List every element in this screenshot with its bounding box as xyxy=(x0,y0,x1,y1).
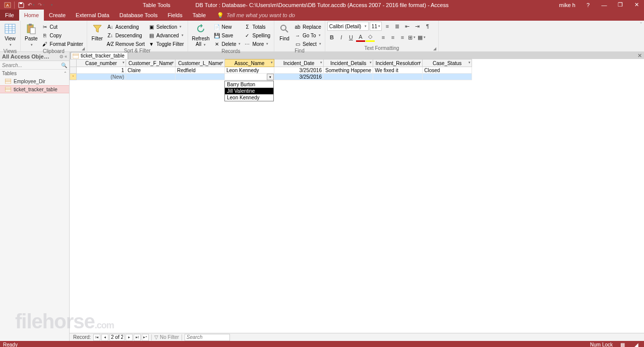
numbering-icon[interactable]: ≣ xyxy=(393,22,402,31)
col-case-status[interactable]: Case_Status▾ xyxy=(423,60,472,67)
record-search-input[interactable] xyxy=(185,334,230,341)
column-dropdown-icon[interactable]: ▾ xyxy=(123,61,125,65)
nav-item-employee-dir[interactable]: Employee_Dir xyxy=(0,77,69,85)
maximize-button[interactable]: ❐ xyxy=(613,0,628,10)
nav-item-ticket-tracker[interactable]: ticket_tracker_table xyxy=(0,85,69,93)
cell-incident-resolution[interactable] xyxy=(373,74,423,80)
filter-button[interactable]: Filter xyxy=(89,22,105,42)
prev-record-button[interactable]: ◂ xyxy=(101,334,108,341)
row-selector[interactable] xyxy=(70,67,77,74)
italic-button[interactable]: I xyxy=(337,33,346,42)
new-record-button[interactable]: ▸* xyxy=(142,334,149,341)
nav-search-input[interactable] xyxy=(2,63,61,68)
column-dropdown-icon[interactable]: ▾ xyxy=(370,61,372,65)
tab-file[interactable]: File xyxy=(0,10,19,21)
nav-dropdown-icon[interactable]: ⊙ xyxy=(60,54,64,59)
clipboard-dialog-launcher[interactable]: ◢ xyxy=(81,46,86,51)
gridlines-button[interactable]: ⊞▾ xyxy=(407,33,417,42)
column-dropdown-icon[interactable]: ▾ xyxy=(320,61,322,65)
cell-incident-resolution[interactable]: We fixed it xyxy=(373,67,423,74)
dropdown-option[interactable]: Jill Valentine xyxy=(225,88,273,94)
last-record-button[interactable]: ▸I xyxy=(134,334,141,341)
goto-button[interactable]: →Go To▾ xyxy=(292,31,323,39)
table-row[interactable]: 1 Claire Redfield Leon Kennedy 3/25/2016… xyxy=(70,67,472,74)
tab-home[interactable]: Home xyxy=(19,10,44,21)
paste-button[interactable]: Paste▾ xyxy=(23,22,40,48)
cell-case-status[interactable]: Closed xyxy=(423,67,472,74)
decrease-indent-icon[interactable]: ⇤ xyxy=(403,22,412,31)
design-view-button[interactable]: ◢ xyxy=(632,341,641,347)
advanced-button[interactable]: ▤Advanced▾ xyxy=(146,31,185,39)
tell-me-search[interactable]: 💡 Tell me what you want to do xyxy=(211,10,295,21)
next-record-button[interactable]: ▸ xyxy=(126,334,133,341)
save-icon[interactable] xyxy=(17,1,26,10)
tab-external-data[interactable]: External Data xyxy=(71,10,114,21)
tab-fields[interactable]: Fields xyxy=(162,10,187,21)
column-dropdown-icon[interactable]: ▾ xyxy=(419,61,421,65)
text-formatting-dialog-launcher[interactable]: ◢ xyxy=(432,46,437,51)
column-dropdown-icon[interactable]: ▾ xyxy=(469,61,471,65)
remove-sort-button[interactable]: A⁄ZRemove Sort xyxy=(105,40,146,48)
new-row-indicator[interactable]: * xyxy=(70,74,77,80)
close-button[interactable]: ✕ xyxy=(629,0,644,10)
help-icon[interactable]: ? xyxy=(580,0,596,10)
col-customer-lname[interactable]: Customer_L_Name▾ xyxy=(175,60,225,67)
qat-customize-icon[interactable]: ▾ xyxy=(47,1,56,10)
datasheet-view-button[interactable]: ▦ xyxy=(618,341,627,347)
cell-customer-fname[interactable]: Claire xyxy=(126,67,175,74)
fill-color-button[interactable]: ◇ xyxy=(366,33,375,42)
minimize-button[interactable]: — xyxy=(597,0,612,10)
ascending-button[interactable]: A↓Ascending xyxy=(105,23,146,31)
cell-dropdown-button[interactable]: ▾ xyxy=(267,74,274,80)
cell-incident-date[interactable]: 3/25/2016 xyxy=(274,74,324,80)
redo-icon[interactable]: ↷▾ xyxy=(37,1,46,10)
font-name-combo[interactable]: Calibri (Detail)▾ xyxy=(327,22,369,31)
user-name[interactable]: mike h xyxy=(555,2,579,8)
tab-table[interactable]: Table xyxy=(188,10,211,21)
select-button[interactable]: ▭Select▾ xyxy=(292,40,323,48)
undo-icon[interactable]: ↶▾ xyxy=(27,1,36,10)
close-document-button[interactable]: ✕ xyxy=(637,52,644,59)
col-incident-details[interactable]: Incident_Details▾ xyxy=(324,60,373,67)
new-record-button[interactable]: 📄New xyxy=(212,23,243,31)
increase-indent-icon[interactable]: ⇥ xyxy=(413,22,422,31)
col-assoc-name[interactable]: Assoc_Name▾ xyxy=(225,60,274,67)
cell-assoc-name[interactable]: ▾ xyxy=(225,74,274,80)
spelling-button[interactable]: ✓Spelling xyxy=(242,31,272,39)
nav-group-tables[interactable]: Tables ⌃ xyxy=(0,70,69,77)
totals-button[interactable]: ΣTotals xyxy=(242,23,272,31)
col-incident-resolution[interactable]: Incident_Resolution▾ xyxy=(373,60,423,67)
align-right-button[interactable]: ≡ xyxy=(398,33,407,42)
refresh-all-button[interactable]: RefreshAll ▾ xyxy=(190,22,212,48)
view-button[interactable]: View▾ xyxy=(2,22,18,48)
col-incident-date[interactable]: Incident_Date▾ xyxy=(274,60,324,67)
dropdown-option[interactable]: Leon Kennedy xyxy=(225,94,273,101)
column-dropdown-icon[interactable]: ▾ xyxy=(172,61,174,65)
copy-button[interactable]: ⎘Copy xyxy=(40,31,85,39)
font-size-combo[interactable]: 11▾ xyxy=(370,22,382,31)
record-position-input[interactable] xyxy=(109,334,125,341)
cell-case-number[interactable]: 1 xyxy=(77,67,126,74)
replace-button[interactable]: abReplace xyxy=(292,23,323,31)
tab-database-tools[interactable]: Database Tools xyxy=(114,10,163,21)
alt-row-color-button[interactable]: ▦▾ xyxy=(417,33,426,42)
cell-incident-details[interactable]: Something Happene xyxy=(324,67,373,74)
underline-button[interactable]: U xyxy=(346,33,356,42)
delete-record-button[interactable]: ✕Delete▾ xyxy=(212,40,243,48)
search-icon[interactable]: 🔍 xyxy=(61,63,67,68)
cell-incident-date[interactable]: 3/25/2016 xyxy=(274,67,324,74)
cell-assoc-name[interactable]: Leon Kennedy xyxy=(225,67,274,74)
bullets-icon[interactable]: ≡ xyxy=(383,22,392,31)
tab-create[interactable]: Create xyxy=(44,10,71,21)
nav-collapse-icon[interactable]: « xyxy=(65,54,67,59)
col-customer-fname[interactable]: Customer_F_Name▾ xyxy=(126,60,175,67)
find-button[interactable]: Find xyxy=(276,22,292,42)
collapse-ribbon-button[interactable]: ˇ xyxy=(640,21,644,51)
filter-indicator[interactable]: ▽No Filter xyxy=(154,334,179,340)
first-record-button[interactable]: I◂ xyxy=(93,334,100,341)
cell-customer-lname[interactable] xyxy=(175,74,225,80)
dropdown-option[interactable]: Barry Burton xyxy=(225,81,273,88)
new-record-row[interactable]: * (New) ▾ 3/25/2016 xyxy=(70,74,472,80)
text-direction-icon[interactable]: ¶ xyxy=(423,22,432,31)
cut-button[interactable]: ✂Cut xyxy=(40,23,85,31)
